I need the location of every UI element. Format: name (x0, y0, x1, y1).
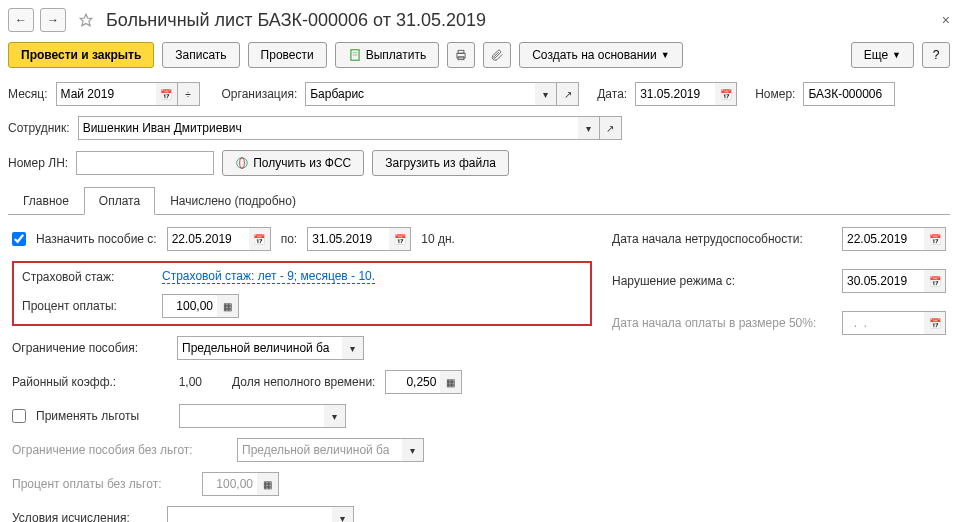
assign-checkbox[interactable] (12, 232, 26, 246)
percent-input[interactable] (162, 294, 217, 318)
month-label: Месяц: (8, 87, 48, 101)
month-input[interactable] (56, 82, 156, 106)
limit-label: Ограничение пособия: (12, 341, 167, 355)
disability-start-input[interactable] (842, 227, 924, 251)
create-based-button[interactable]: Создать на основании ▼ (519, 42, 682, 68)
get-fss-button[interactable]: Получить из ФСС (222, 150, 364, 176)
benefits-label: Применять льготы (36, 409, 139, 423)
calendar-icon[interactable]: 📅 (389, 227, 411, 251)
print-button[interactable] (447, 42, 475, 68)
post-button[interactable]: Провести (248, 42, 327, 68)
calc-icon[interactable]: ▦ (217, 294, 239, 318)
violation-date-input[interactable] (842, 269, 924, 293)
tab-main[interactable]: Главное (8, 187, 84, 215)
stepper-icon[interactable]: ÷ (178, 82, 200, 106)
ln-label: Номер ЛН: (8, 156, 68, 170)
print-icon (454, 48, 468, 62)
calendar-icon[interactable]: 📅 (715, 82, 737, 106)
district-value: 1,00 (152, 375, 202, 389)
calc-conditions-label: Условия исчисления: (12, 511, 157, 522)
parttime-input[interactable] (385, 370, 440, 394)
svg-point-7 (237, 158, 248, 169)
org-input[interactable] (305, 82, 535, 106)
calendar-icon[interactable]: 📅 (156, 82, 178, 106)
calendar-icon: 📅 (924, 311, 946, 335)
calendar-icon[interactable]: 📅 (924, 227, 946, 251)
ln-input[interactable] (76, 151, 214, 175)
svg-marker-0 (80, 14, 92, 26)
parttime-label: Доля неполного времени: (232, 375, 375, 389)
limit-no-benefits-select (237, 438, 402, 462)
pay-button[interactable]: Выплатить (335, 42, 440, 68)
calc-icon: ▦ (257, 472, 279, 496)
percent-no-benefits-label: Процент оплаты без льгот: (12, 477, 192, 491)
svg-rect-5 (458, 50, 464, 53)
load-file-button[interactable]: Загрузить из файла (372, 150, 509, 176)
paperclip-icon (490, 48, 504, 62)
violation-label: Нарушение режима с: (612, 274, 832, 288)
dropdown-icon[interactable]: ▾ (535, 82, 557, 106)
employee-label: Сотрудник: (8, 121, 70, 135)
days-label: 10 дн. (421, 232, 455, 246)
chevron-down-icon: ▼ (661, 50, 670, 60)
seniority-link[interactable]: Страховой стаж: лет - 9; месяцев - 10. (162, 269, 375, 284)
limit-select[interactable] (177, 336, 342, 360)
favorite-icon[interactable] (76, 10, 96, 30)
fifty-percent-label: Дата начала оплаты в размере 50%: (612, 316, 832, 330)
document-icon (348, 48, 362, 62)
back-button[interactable]: ← (8, 8, 34, 32)
disability-start-label: Дата начала нетрудоспособности: (612, 232, 832, 246)
seniority-label: Страховой стаж: (22, 270, 152, 284)
more-button[interactable]: Еще ▼ (851, 42, 914, 68)
district-label: Районный коэфф.: (12, 375, 142, 389)
post-and-close-button[interactable]: Провести и закрыть (8, 42, 154, 68)
svg-point-8 (240, 158, 245, 169)
help-button[interactable]: ? (922, 42, 950, 68)
date-input[interactable] (635, 82, 715, 106)
calc-conditions-select[interactable] (167, 506, 332, 522)
dropdown-icon: ▾ (402, 438, 424, 462)
dropdown-icon[interactable]: ▾ (332, 506, 354, 522)
fifty-percent-input (842, 311, 924, 335)
forward-button[interactable]: → (40, 8, 66, 32)
save-button[interactable]: Записать (162, 42, 239, 68)
close-button[interactable]: × (942, 12, 950, 28)
to-label: по: (281, 232, 298, 246)
date-to-input[interactable] (307, 227, 389, 251)
employee-input[interactable] (78, 116, 578, 140)
dropdown-icon[interactable]: ▾ (324, 404, 346, 428)
dropdown-icon[interactable]: ▾ (578, 116, 600, 140)
number-label: Номер: (755, 87, 795, 101)
percent-no-benefits-input (202, 472, 257, 496)
benefits-select[interactable] (179, 404, 324, 428)
org-label: Организация: (222, 87, 298, 101)
page-title: Больничный лист БАЗК-000006 от 31.05.201… (106, 10, 486, 31)
globe-icon (235, 156, 249, 170)
limit-no-benefits-label: Ограничение пособия без льгот: (12, 443, 227, 457)
date-from-input[interactable] (167, 227, 249, 251)
tab-accrued[interactable]: Начислено (подробно) (155, 187, 311, 215)
assign-from-label: Назначить пособие с: (36, 232, 157, 246)
chevron-down-icon: ▼ (892, 50, 901, 60)
calc-icon[interactable]: ▦ (440, 370, 462, 394)
tab-payment[interactable]: Оплата (84, 187, 155, 215)
dropdown-icon[interactable]: ▾ (342, 336, 364, 360)
percent-label: Процент оплаты: (22, 299, 152, 313)
number-input[interactable] (803, 82, 895, 106)
calendar-icon[interactable]: 📅 (924, 269, 946, 293)
open-icon[interactable]: ↗ (600, 116, 622, 140)
benefits-checkbox[interactable] (12, 409, 26, 423)
calendar-icon[interactable]: 📅 (249, 227, 271, 251)
highlight-region: Страховой стаж: Страховой стаж: лет - 9;… (12, 261, 592, 326)
attachment-button[interactable] (483, 42, 511, 68)
open-icon[interactable]: ↗ (557, 82, 579, 106)
date-label: Дата: (597, 87, 627, 101)
